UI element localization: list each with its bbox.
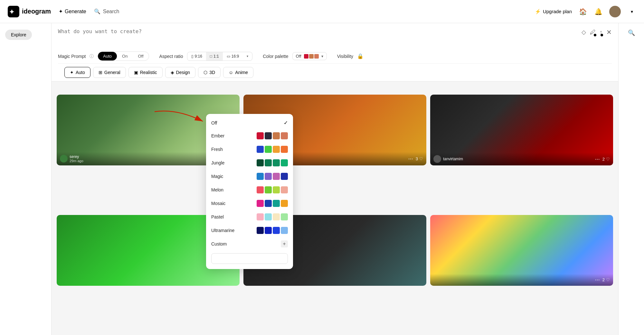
aspect-more-button[interactable]: ▾ [243, 52, 252, 60]
3d-icon: ⬡ [204, 70, 207, 75]
style-design-tab[interactable]: ◈ Design [165, 67, 196, 78]
info-icon: ⓘ [90, 53, 94, 59]
logo[interactable]: ✦ ideogram [8, 6, 51, 17]
image-reference-button[interactable]: ↑ [600, 29, 602, 36]
palette-option-pastel[interactable]: Pastel [206, 210, 293, 224]
color-swatch [273, 132, 280, 139]
prompt-input[interactable] [58, 28, 582, 48]
style-auto-tab[interactable]: ✦ Auto [64, 67, 90, 78]
like-button[interactable]: 2 ♡ [602, 157, 610, 162]
color-swatch [257, 200, 264, 207]
item-actions: ··· 2 ♡ [595, 276, 610, 283]
color-swatch-3 [314, 54, 319, 59]
color-swatch [257, 159, 264, 166]
navbar-right: ⚡ Upgrade plan 🏠 🔔 ▾ [535, 6, 636, 17]
add-custom-icon[interactable]: + [281, 240, 288, 247]
chevron-down-icon: ▾ [247, 54, 248, 58]
home-button[interactable]: 🏠 [578, 7, 587, 16]
user-name: serey [70, 154, 83, 159]
color-swatch [281, 227, 288, 234]
logo-icon: ✦ [8, 6, 19, 17]
custom-color-input[interactable] [211, 253, 288, 264]
magic-toggle-group: Auto On Off [98, 51, 149, 61]
palette-option-magic[interactable]: Magic [206, 170, 293, 183]
user-avatar[interactable] [609, 6, 621, 17]
color-palette-group: Color palette Off ▾ [263, 52, 327, 60]
aspect-1-1-button[interactable]: □ 1:1 [206, 52, 223, 60]
main-layout: Explore ◇ 🖊 ↑ ✕ [0, 23, 644, 335]
color-swatch [265, 213, 272, 220]
general-icon: ⊞ [99, 70, 102, 75]
settings-row: Magic Prompt ⓘ Auto On Off Aspect ratio … [58, 48, 612, 63]
user-info: tanvirtamim [433, 155, 463, 163]
sidebar: Explore [0, 23, 52, 335]
palette-option-ultramarine[interactable]: Ultramarine [206, 224, 293, 237]
aspect-ratio-selector: ▯ 9:16 □ 1:1 ▭ 16:9 ▾ [187, 52, 253, 61]
color-swatch [273, 186, 280, 193]
palette-name: Mosaic [211, 201, 225, 206]
design-icon: ◈ [171, 70, 174, 75]
color-swatch [273, 213, 280, 220]
visibility-label: Visibility [337, 54, 353, 59]
more-button[interactable]: ··· [408, 155, 413, 162]
color-swatch [273, 159, 280, 166]
style-tabs: ✦ Auto ⊞ General ▣ Realistic ◈ Design ⬡ [58, 63, 612, 81]
color-swatch [265, 146, 272, 153]
color-palette-selector[interactable]: Off ▾ [292, 52, 327, 60]
aspect-ratio-label: Aspect ratio [159, 54, 183, 59]
style-anime-tab[interactable]: ☺ Anime [223, 67, 253, 78]
style-realistic-tab[interactable]: ▣ Realistic [128, 67, 163, 78]
eraser-button[interactable]: ◇ [582, 29, 586, 36]
magic-prompt-label: Magic Prompt [58, 54, 86, 59]
palette-colors [257, 200, 288, 207]
palette-option-jungle[interactable]: Jungle [206, 156, 293, 170]
heart-icon: ♡ [606, 277, 610, 282]
search-sidebar-button[interactable]: 🔍 [627, 28, 636, 37]
color-swatch [257, 132, 264, 139]
search-icon: 🔍 [94, 8, 100, 14]
notifications-button[interactable]: 🔔 [594, 7, 603, 16]
style-general-tab[interactable]: ⊞ General [93, 67, 126, 78]
color-swatch [273, 200, 280, 207]
grid-item[interactable]: tanvirtamim ··· 2 ♡ [430, 95, 613, 165]
palette-option-custom[interactable]: Custom + [206, 237, 293, 251]
more-button[interactable]: ··· [595, 276, 600, 283]
square-icon: □ [210, 54, 212, 59]
style-3d-tab[interactable]: ⬡ 3D [198, 67, 221, 78]
color-swatch [281, 186, 288, 193]
color-swatch [257, 146, 264, 153]
palette-option-mosaic[interactable]: Mosaic [206, 197, 293, 210]
color-palette-label: Color palette [263, 54, 288, 59]
magic-on-button[interactable]: On [117, 52, 133, 60]
close-button[interactable]: ✕ [606, 28, 612, 36]
generate-button[interactable]: ✦ Generate [59, 8, 86, 14]
magic-off-button[interactable]: Off [133, 52, 148, 60]
color-swatch [265, 173, 272, 180]
grid-item[interactable]: ··· 2 ♡ [430, 215, 613, 286]
like-button[interactable]: 3 ♡ [416, 156, 423, 161]
magic-auto-button[interactable]: Auto [98, 52, 117, 60]
search-button[interactable]: 🔍 Search [94, 8, 119, 14]
arrow-indicator [151, 107, 209, 127]
palette-option-fresh[interactable]: Fresh [206, 143, 293, 156]
auto-icon: ✦ [70, 70, 74, 75]
palette-option-ember[interactable]: Ember [206, 129, 293, 143]
heart-icon: ♡ [419, 156, 423, 161]
color-swatch [257, 213, 264, 220]
upgrade-button[interactable]: ⚡ Upgrade plan [535, 9, 572, 14]
like-button[interactable]: 2 ♡ [602, 277, 610, 282]
chevron-down-icon[interactable]: ▾ [627, 7, 636, 16]
aspect-9-16-button[interactable]: ▯ 9:16 [187, 52, 206, 60]
item-actions: ··· 3 ♡ [408, 155, 423, 162]
explore-button[interactable]: Explore [5, 30, 32, 40]
navbar-left: ✦ ideogram ✦ Generate 🔍 Search [8, 6, 119, 17]
style-reference-button[interactable]: 🖊 [590, 29, 596, 36]
prompt-top: ◇ 🖊 ↑ ✕ [58, 28, 612, 48]
palette-colors [257, 159, 288, 166]
image-grid: serey 29m ago aitbayev 7m ago [52, 91, 618, 335]
palette-option-off[interactable]: Off ✓ [206, 116, 293, 129]
palette-option-melon[interactable]: Melon [206, 183, 293, 197]
more-button[interactable]: ··· [595, 156, 600, 163]
lock-badge [594, 34, 596, 36]
aspect-16-9-button[interactable]: ▭ 16:9 [223, 52, 243, 60]
